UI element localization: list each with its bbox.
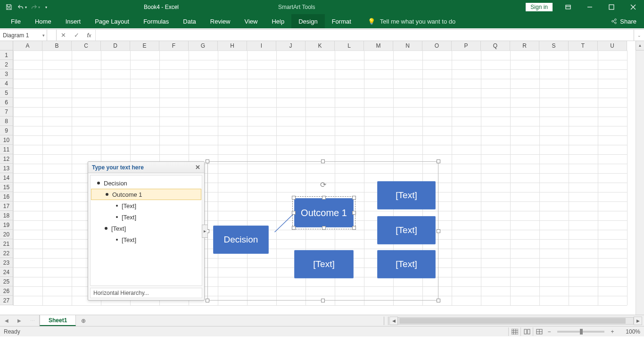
qat-customize-icon[interactable]: ▾ [42,1,50,13]
row-header[interactable]: 2 [0,60,13,69]
node-grandchild-3[interactable]: [Text] [377,250,436,278]
column-header[interactable]: U [598,41,627,50]
node-handle[interactable] [322,196,326,200]
tab-file[interactable]: File [4,14,28,28]
tell-me-search[interactable]: 💡 Tell me what you want to do [368,14,455,28]
node-handle[interactable] [292,226,296,230]
column-header[interactable]: H [218,41,247,50]
column-header[interactable]: J [276,41,305,50]
sheet-menu-icon[interactable]: ⋯ [30,318,35,323]
column-header[interactable]: N [393,41,422,50]
node-handle[interactable] [292,196,296,200]
row-header[interactable]: 23 [0,258,13,268]
tab-insert[interactable]: Insert [58,14,88,28]
node-handle[interactable] [352,211,356,215]
resize-handle[interactable] [437,229,440,233]
tab-data[interactable]: Data [176,14,203,28]
rotate-handle-icon[interactable]: ⟳ [320,180,326,189]
column-header[interactable]: P [452,41,481,50]
text-pane-header[interactable]: Type your text here ✕ [88,162,204,173]
text-pane-item[interactable]: Decision [91,177,202,189]
resize-handle[interactable] [437,299,440,302]
minimize-icon[interactable] [579,0,601,14]
close-icon[interactable]: ✕ [195,164,200,171]
resize-handle[interactable] [437,159,440,163]
column-header[interactable]: D [101,41,130,50]
row-header[interactable]: 21 [0,239,13,249]
row-header[interactable]: 22 [0,249,13,258]
node-child-2[interactable]: [Text] [294,250,354,278]
column-header[interactable]: C [72,41,101,50]
row-header[interactable]: 14 [0,173,13,183]
text-pane-item[interactable]: Outcome 1 [91,189,201,200]
sign-in-button[interactable]: Sign in [526,3,553,11]
undo-icon[interactable]: ▾ [16,1,28,13]
column-header[interactable]: M [364,41,393,50]
node-handle[interactable] [322,226,326,230]
tab-formulas[interactable]: Formulas [136,14,176,28]
share-button[interactable]: Share [611,14,636,28]
row-header[interactable]: 27 [0,296,13,305]
column-header[interactable]: G [189,41,218,50]
column-header[interactable]: K [305,41,335,50]
node-decision[interactable]: Decision [213,226,269,254]
column-header[interactable]: R [510,41,539,50]
tab-format[interactable]: Format [325,14,358,28]
vertical-scrollbar[interactable] [636,50,644,315]
sheet-next-icon[interactable]: ▶ [17,318,21,323]
column-header[interactable]: I [247,41,276,50]
cancel-formula-icon[interactable]: ✕ [57,32,70,39]
zoom-level[interactable]: 100% [621,328,640,335]
node-handle[interactable] [352,226,356,230]
zoom-in-button[interactable]: + [608,328,617,335]
fx-icon[interactable]: fx [83,32,95,39]
row-header[interactable]: 19 [0,220,13,230]
row-header[interactable]: 16 [0,192,13,201]
tab-help[interactable]: Help [264,14,291,28]
name-box-dropdown-icon[interactable]: ▾ [42,33,45,38]
text-pane-item[interactable]: [Text] [91,234,202,245]
column-header[interactable]: B [42,41,72,50]
column-header[interactable]: O [422,41,452,50]
zoom-out-button[interactable]: − [545,328,553,335]
resize-handle[interactable] [206,159,209,163]
page-break-view-icon[interactable] [533,327,545,336]
column-header[interactable]: Q [481,41,510,50]
text-pane-footer[interactable]: Horizontal Hierarchy... [90,288,202,298]
row-header[interactable]: 15 [0,183,13,192]
tab-page-layout[interactable]: Page Layout [88,14,136,28]
row-header[interactable]: 25 [0,277,13,286]
new-sheet-button[interactable]: ⊕ [76,315,91,326]
column-header[interactable]: S [539,41,569,50]
page-layout-view-icon[interactable] [520,327,533,336]
node-grandchild-1[interactable]: [Text] [377,181,436,209]
redo-icon[interactable]: ▾ [29,1,41,13]
tab-view[interactable]: View [237,14,264,28]
node-grandchild-2[interactable]: [Text] [377,216,436,244]
text-pane-toggle-icon[interactable]: ▸ [202,225,207,238]
formula-input[interactable] [96,30,634,41]
select-all-button[interactable] [0,41,13,50]
row-header[interactable]: 8 [0,117,13,126]
expand-formula-bar-icon[interactable]: ⌄ [634,30,644,41]
row-header[interactable]: 4 [0,79,13,88]
smartart-text-pane[interactable]: Type your text here ✕ DecisionOutcome 1[… [88,161,205,301]
sheet-nav-buttons[interactable]: ◀▶⋯ [0,315,40,326]
sheet-tab-sheet1[interactable]: Sheet1 [40,315,76,326]
row-header[interactable]: 5 [0,88,13,98]
row-header[interactable]: 6 [0,98,13,107]
row-header[interactable]: 24 [0,268,13,277]
zoom-thumb[interactable] [580,329,583,335]
resize-handle[interactable] [321,159,325,163]
zoom-slider[interactable] [557,331,604,333]
row-header[interactable]: 3 [0,69,13,79]
node-handle[interactable] [292,211,296,215]
row-header[interactable]: 7 [0,107,13,117]
column-header[interactable]: A [13,41,42,50]
column-header[interactable]: T [569,41,598,50]
normal-view-icon[interactable] [508,327,520,336]
row-header[interactable]: 13 [0,164,13,173]
name-box[interactable]: Diagram 1 ▾ [0,30,47,41]
tab-home[interactable]: Home [28,14,58,28]
resize-handle[interactable] [321,299,325,302]
